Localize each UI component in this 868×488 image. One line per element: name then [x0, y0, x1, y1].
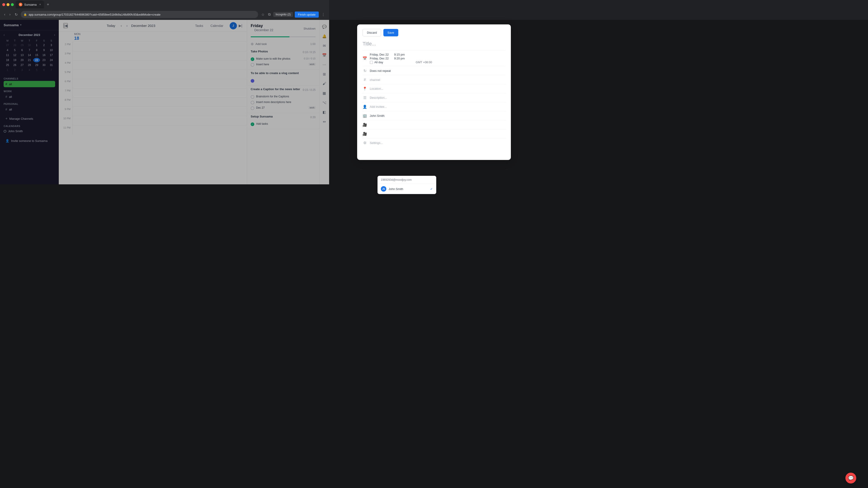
- security-icon: 🔒: [24, 13, 27, 16]
- nav-bar: ‹ › ↻ 🔒 app.sunsama.com/group/1703182764…: [0, 9, 329, 20]
- extensions-button[interactable]: ⧉: [267, 11, 272, 18]
- tab-controls: [2, 3, 14, 6]
- address-text: app.sunsama.com/group/17031827644696380?…: [29, 13, 160, 16]
- window-minimize-btn[interactable]: [6, 3, 9, 6]
- browser-chrome: S Sunsama × + ‹ › ↻ 🔒 app.sunsama.com/gr…: [0, 0, 329, 20]
- bookmark-button[interactable]: ☆: [260, 11, 266, 18]
- back-button[interactable]: ‹: [3, 11, 6, 18]
- tab-bar: S Sunsama × +: [0, 0, 329, 9]
- tab-favicon: S: [19, 3, 22, 6]
- window-maximize-btn[interactable]: [11, 3, 14, 6]
- nav-actions: ☆ ⧉ Incognito (2) Finish update ⋮: [260, 11, 326, 18]
- active-tab[interactable]: S Sunsama ×: [16, 1, 44, 8]
- modal-overlay[interactable]: Discard Save Title... 📅 Friday, Dec 22 9…: [0, 20, 329, 184]
- window-close-btn[interactable]: [2, 3, 5, 6]
- reload-button[interactable]: ↻: [14, 11, 19, 18]
- incognito-badge: Incognito (2): [273, 12, 293, 17]
- finish-update-button[interactable]: Finish update: [295, 11, 319, 18]
- new-tab-button[interactable]: +: [46, 1, 50, 8]
- address-bar[interactable]: 🔒 app.sunsama.com/group/1703182764469638…: [21, 11, 258, 18]
- tab-label: Sunsama: [24, 3, 37, 6]
- tab-close-icon[interactable]: ×: [39, 3, 41, 6]
- forward-button[interactable]: ›: [8, 11, 11, 18]
- browser-menu-button[interactable]: ⋮: [320, 11, 326, 18]
